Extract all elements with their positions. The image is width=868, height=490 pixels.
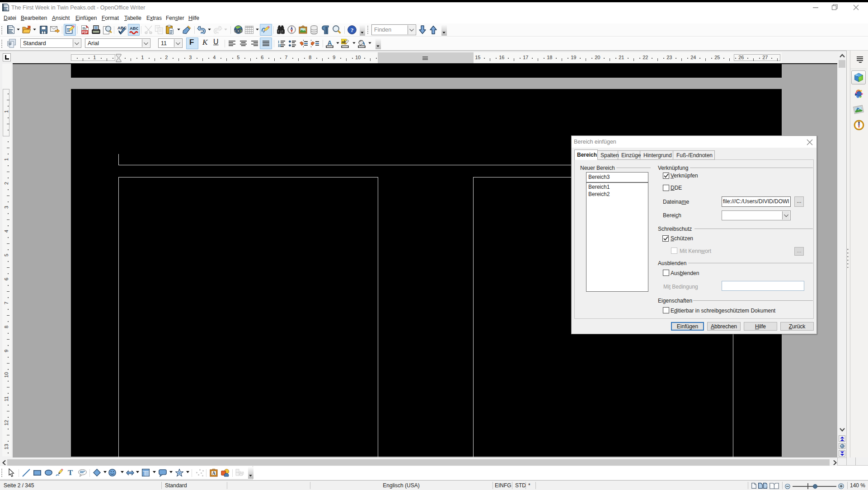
- svg-text:A: A: [212, 471, 216, 476]
- svg-text:ABC: ABC: [130, 26, 138, 31]
- svg-text:PDF: PDF: [82, 31, 88, 34]
- svg-text:II: II: [278, 44, 281, 47]
- svg-text:A: A: [327, 39, 332, 47]
- svg-text:N: N: [858, 121, 860, 124]
- svg-text:?: ?: [351, 27, 354, 33]
